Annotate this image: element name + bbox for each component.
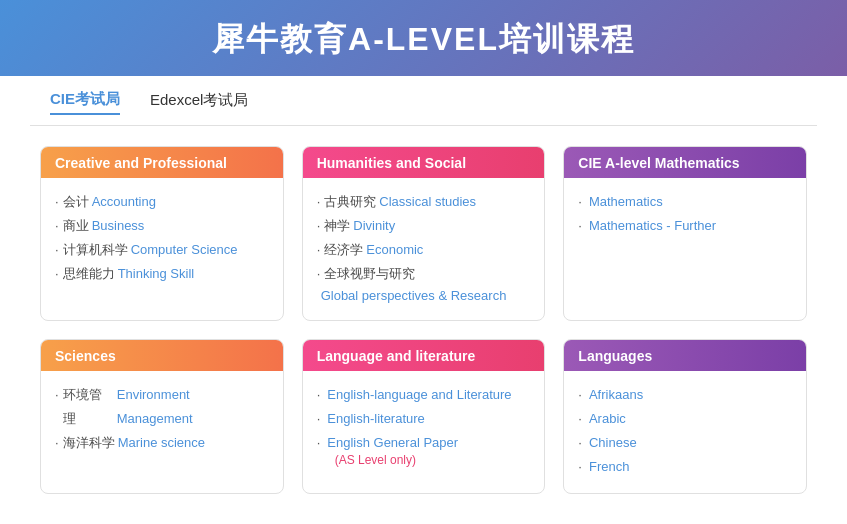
card-body-creative: 会计 Accounting商业 Business计算机科学 Computer S… bbox=[41, 178, 283, 300]
card-header-sciences: Sciences bbox=[41, 340, 283, 371]
card-item-extra: Global perspectives & Research bbox=[321, 286, 529, 306]
card-item: 海洋科学 Marine science bbox=[55, 431, 267, 455]
card-item: Mathematics bbox=[578, 190, 790, 214]
card-cie-math: CIE A-level Mathematics Mathematics Math… bbox=[563, 146, 807, 321]
card-body-language-lit: English-language and Literature English-… bbox=[303, 371, 545, 481]
card-header-language-lit: Language and literature bbox=[303, 340, 545, 371]
card-item: 神学 Divinity bbox=[317, 214, 529, 238]
card-body-cie-math: Mathematics Mathematics - Further bbox=[564, 178, 806, 268]
card-humanities: Humanities and Social古典研究 Classical stud… bbox=[302, 146, 546, 321]
card-header-languages: Languages bbox=[564, 340, 806, 371]
card-creative: Creative and Professional会计 Accounting商业… bbox=[40, 146, 284, 321]
card-body-humanities: 古典研究 Classical studies神学 Divinity经济学 Eco… bbox=[303, 178, 545, 320]
card-item: 环境管理 Environment Management bbox=[55, 383, 267, 431]
page-wrapper: CIE考试局 Edexcel考试局 Creative and Professio… bbox=[0, 76, 847, 524]
card-header-creative: Creative and Professional bbox=[41, 147, 283, 178]
title-bar: 犀牛教育A-LEVEL培训课程 bbox=[0, 0, 847, 76]
main-title: 犀牛教育A-LEVEL培训课程 bbox=[212, 21, 635, 57]
card-item: Afrikaans bbox=[578, 383, 790, 407]
cards-grid: Creative and Professional会计 Accounting商业… bbox=[30, 126, 817, 504]
tabs-row: CIE考试局 Edexcel考试局 bbox=[30, 76, 817, 126]
card-item-note: (AS Level only) bbox=[335, 453, 529, 467]
card-header-cie-math: CIE A-level Mathematics bbox=[564, 147, 806, 178]
card-sciences: Sciences环境管理 Environment Management海洋科学 … bbox=[40, 339, 284, 494]
card-item: English-literature bbox=[317, 407, 529, 431]
card-item: English-language and Literature bbox=[317, 383, 529, 407]
card-item: 思维能力 Thinking Skill bbox=[55, 262, 267, 286]
card-item: Arabic bbox=[578, 407, 790, 431]
card-item: English General Paper bbox=[317, 431, 529, 455]
tab-cie[interactable]: CIE考试局 bbox=[50, 90, 120, 115]
card-item: 古典研究 Classical studies bbox=[317, 190, 529, 214]
card-header-humanities: Humanities and Social bbox=[303, 147, 545, 178]
card-language-lit: Language and literature English-language… bbox=[302, 339, 546, 494]
card-item: 计算机科学 Computer Science bbox=[55, 238, 267, 262]
card-body-sciences: 环境管理 Environment Management海洋科学 Marine s… bbox=[41, 371, 283, 469]
card-item: 全球视野与研究 bbox=[317, 262, 529, 286]
card-item: 商业 Business bbox=[55, 214, 267, 238]
card-languages: Languages Afrikaans Arabic Chinese Frenc… bbox=[563, 339, 807, 494]
card-body-languages: Afrikaans Arabic Chinese French bbox=[564, 371, 806, 493]
card-item: 会计 Accounting bbox=[55, 190, 267, 214]
tab-edexcel[interactable]: Edexcel考试局 bbox=[150, 91, 248, 114]
card-item: French bbox=[578, 455, 790, 479]
card-item: Mathematics - Further bbox=[578, 214, 790, 238]
card-item: 经济学 Economic bbox=[317, 238, 529, 262]
card-item: Chinese bbox=[578, 431, 790, 455]
